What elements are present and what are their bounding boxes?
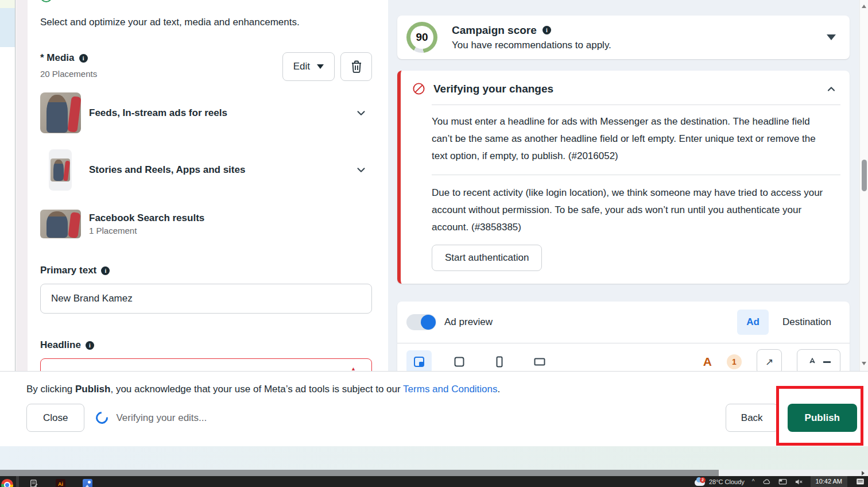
scrollbar-thumb[interactable] — [862, 160, 867, 191]
check-circle-icon — [40, 0, 52, 2]
tray-chevron-up-icon[interactable]: ^ — [752, 478, 755, 485]
tab-destination[interactable]: Destination — [782, 316, 831, 328]
info-icon[interactable]: i — [86, 341, 94, 350]
media-row-subtitle: 1 Placement — [89, 226, 204, 235]
tab-ad[interactable]: Ad — [737, 310, 769, 335]
info-icon[interactable]: i — [101, 266, 110, 275]
campaign-score-value: 90 — [416, 31, 428, 44]
media-row-title: Facebook Search results — [89, 212, 204, 224]
disclaimer-text: By clicking — [26, 384, 75, 395]
primary-text-label: Primary text — [40, 265, 96, 276]
weather-widget[interactable]: 2 28°C Cloudy — [695, 478, 745, 486]
chevron-up-icon[interactable] — [826, 83, 837, 95]
prohibited-icon — [412, 82, 425, 95]
trash-icon — [350, 60, 363, 74]
section-subtitle: Select and optimize your ad text, media … — [40, 17, 372, 28]
notepad-icon[interactable] — [29, 479, 38, 487]
minus-icon — [823, 361, 831, 363]
publish-footer: By clicking Publish, you acknowledge tha… — [0, 371, 868, 446]
close-button[interactable]: Close — [26, 404, 84, 432]
media-row-title-block: Facebook Search results 1 Placement — [89, 212, 204, 235]
scroll-right-arrow[interactable] — [859, 470, 867, 476]
onedrive-icon[interactable] — [762, 478, 771, 485]
ad-preview-label: Ad preview — [444, 316, 493, 328]
horizontal-scrollbar[interactable] — [0, 470, 868, 476]
display-network-icon[interactable] — [778, 478, 787, 485]
preview-format-desktop-button[interactable] — [527, 350, 552, 373]
rail-highlight-green — [0, 0, 15, 8]
pen-tool-icon — [807, 357, 817, 367]
rail-highlight-blue — [0, 8, 15, 47]
ad-preview-toggle[interactable] — [406, 314, 436, 330]
terms-and-conditions-link[interactable]: Terms and Conditions — [403, 384, 497, 395]
media-placements-count: 20 Placements — [40, 69, 97, 79]
ads-manager-screen: Ad creative Select and optimize your ad … — [0, 0, 868, 487]
section-title: Ad creative — [59, 0, 121, 3]
error-message-authentication: Due to recent activity (like login locat… — [401, 175, 850, 236]
preview-format-phone-button[interactable] — [487, 350, 512, 373]
disclaimer-text: . — [498, 384, 501, 395]
illustrator-icon[interactable]: Ai — [56, 479, 65, 487]
media-thumbnail-story — [49, 149, 72, 191]
chevron-down-icon[interactable] — [355, 164, 367, 176]
campaign-score-subtitle: You have recommendations to apply. — [452, 40, 611, 51]
start-authentication-button[interactable]: Start authentication — [432, 245, 542, 271]
expand-arrow-icon: ↗ — [765, 356, 773, 368]
scrollbar-thumb[interactable] — [0, 470, 719, 476]
disclaimer-publish-word: Publish — [75, 384, 110, 395]
campaign-score-gauge: 90 — [406, 22, 437, 53]
enhancements-count-badge[interactable]: 1 — [727, 354, 742, 369]
media-thumbnail — [40, 92, 81, 133]
edit-media-button[interactable]: Edit — [282, 52, 335, 81]
preview-format-mobile-feed-button[interactable] — [406, 350, 432, 373]
media-thumbnail — [40, 210, 81, 238]
scroll-down-arrow[interactable] — [862, 362, 866, 365]
vertical-scrollbar[interactable] — [859, 0, 868, 371]
windows-taskbar: Ai 2 28°C Cloudy ^ 10:42 AM — [0, 476, 868, 487]
media-row-feeds[interactable]: Feeds, In-stream ads for reels — [40, 92, 372, 133]
campaign-score-title: Campaign score — [452, 24, 537, 37]
weather-text: 28°C Cloudy — [709, 478, 745, 485]
action-center-icon[interactable] — [856, 478, 865, 485]
ad-creative-panel: Ad creative Select and optimize your ad … — [28, 0, 388, 371]
chrome-icon[interactable] — [1, 479, 13, 487]
verifying-changes-card: Verifying your changes You must enter a … — [397, 71, 850, 284]
media-row-stories[interactable]: Stories and Reels, Apps and sites — [40, 149, 372, 191]
publish-button[interactable]: Publish — [788, 404, 857, 432]
error-message-headline: You must enter a headline for ads with M… — [401, 105, 850, 165]
section-header-clipped: Ad creative — [40, 0, 372, 6]
page-background-strip — [0, 446, 868, 470]
campaign-score-card: 90 Campaign score i You have recommendat… — [397, 16, 850, 59]
media-row-title: Feeds, In-stream ads for reels — [89, 107, 227, 119]
photos-icon[interactable] — [83, 479, 92, 487]
chevron-down-icon[interactable] — [355, 107, 367, 119]
edit-button-label: Edit — [293, 61, 310, 72]
media-row-search[interactable]: Facebook Search results 1 Placement — [40, 210, 372, 238]
taskbar-clock[interactable]: 10:42 AM — [811, 476, 847, 487]
primary-text-input[interactable] — [40, 284, 372, 314]
disclaimer-text: , you acknowledge that your use of Meta’… — [110, 384, 403, 395]
notification-badge: 2 — [700, 477, 706, 483]
weather-cloud-icon: 2 — [695, 480, 705, 486]
verifying-title: Verifying your changes — [433, 83, 553, 95]
verifying-edits-status: Verifying your edits... — [116, 412, 207, 424]
delete-media-button[interactable] — [340, 52, 372, 81]
loading-spinner-icon — [94, 409, 111, 427]
scroll-up-arrow[interactable] — [862, 5, 866, 8]
taskbar-divider — [16, 476, 19, 487]
media-label: * Media — [40, 52, 75, 64]
back-button[interactable]: Back — [726, 404, 778, 432]
info-icon[interactable]: i — [79, 54, 88, 63]
chevron-down-icon[interactable] — [827, 34, 836, 40]
toggle-knob — [421, 315, 436, 330]
info-icon[interactable]: i — [542, 26, 551, 34]
chevron-down-icon — [317, 64, 324, 69]
text-enhancements-icon[interactable]: A — [703, 355, 712, 369]
headline-label: Headline — [40, 339, 81, 351]
review-panel: 90 Campaign score i You have recommendat… — [388, 0, 868, 371]
left-nav-rail — [0, 0, 16, 371]
speaker-muted-icon[interactable] — [795, 478, 803, 485]
preview-format-square-button[interactable] — [447, 350, 472, 373]
media-row-title: Stories and Reels, Apps and sites — [89, 164, 245, 176]
left-panel-scroll-strip[interactable] — [16, 0, 28, 371]
